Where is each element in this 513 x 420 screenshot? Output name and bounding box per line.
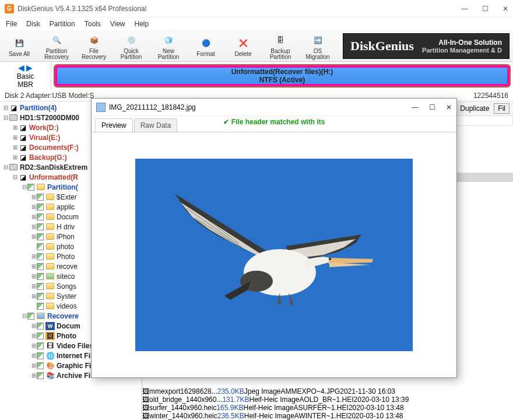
tree-label: Docum [57, 322, 80, 330]
file-row[interactable]: 🖼mmexport16298628...235.0KBJpeg ImageAMM… [142, 387, 513, 396]
file-row[interactable]: 🖼surfer_1440x960.heic165.9KBHeif-Heic Im… [142, 404, 513, 412]
expand-icon[interactable]: ⊞ [12, 154, 18, 160]
checkbox[interactable] [37, 194, 44, 201]
menu-help[interactable]: Help [135, 20, 149, 28]
expand-icon[interactable]: ⊟ [21, 184, 27, 190]
tree-label: Docum [57, 213, 79, 221]
expand-icon[interactable]: ⊞ [30, 233, 37, 240]
expand-icon[interactable]: ⊞ [12, 124, 18, 131]
file-recovery-button[interactable]: 📦File Recovery [78, 32, 110, 60]
close-icon[interactable]: ✕ [503, 5, 508, 13]
filter-button[interactable]: Fil [494, 103, 510, 114]
expand-icon[interactable]: ⊞ [30, 362, 37, 369]
expand-icon[interactable]: ⊞ [30, 283, 37, 289]
duplicate-label: Duplicate [460, 104, 489, 113]
partition-title: Unformatted(Recover files)(H:) [231, 68, 333, 76]
checkbox[interactable] [37, 303, 44, 310]
menu-disk[interactable]: Disk [26, 20, 40, 28]
preview-titlebar[interactable]: IMG_20211112_181842.jpg — ☐ ✕ [92, 99, 456, 116]
checkbox[interactable] [27, 184, 34, 191]
file-attr: A [300, 396, 304, 404]
expand-icon[interactable]: ⊞ [30, 223, 37, 230]
save-all-button[interactable]: 💾Save All [3, 35, 35, 57]
file-type: Heif-Heic Image [244, 412, 294, 420]
tree-label: Recovere [47, 312, 79, 320]
os-migration-button[interactable]: ➡️OS Migration [302, 32, 333, 60]
tab-raw-data[interactable]: Raw Data [134, 118, 178, 132]
expand-icon[interactable]: ⊞ [30, 214, 37, 220]
expand-icon[interactable]: ⊞ [30, 342, 37, 349]
file-row[interactable]: 🖼winter_1440x960.heic236.5KBHeif-Heic Im… [142, 412, 513, 420]
expand-icon[interactable]: ⊞ [12, 144, 18, 150]
file-attr: A [281, 387, 286, 396]
nav-arrows[interactable]: ◀ ▶ [18, 63, 33, 72]
checkbox[interactable] [37, 372, 44, 379]
checkbox[interactable] [37, 283, 44, 290]
quick-partition-button[interactable]: 💿Quick Partition [115, 32, 147, 60]
checkbox[interactable] [37, 223, 44, 230]
checkbox[interactable] [37, 253, 44, 260]
expand-icon[interactable]: ⊞ [12, 134, 18, 141]
expand-icon[interactable]: ⊞ [30, 323, 37, 329]
banner-big: DiskGenius [350, 38, 414, 54]
menu-view[interactable]: View [110, 20, 125, 28]
expand-icon[interactable]: ⊟ [2, 114, 9, 121]
partition-recovery-button[interactable]: 🔍Partition Recovery [41, 32, 72, 60]
new-partition-button[interactable]: 🧊New Partition [153, 32, 184, 60]
partition-bar[interactable]: Unformatted(Recover files)(H:) NTFS (Act… [54, 64, 511, 88]
expand-icon[interactable]: ⊞ [30, 204, 37, 210]
checkbox[interactable] [37, 342, 44, 349]
delete-label: Delete [235, 51, 252, 57]
expand-icon[interactable]: ⊞ [30, 263, 37, 270]
banner: DiskGeniusAll-In-One SolutionPartition M… [343, 33, 510, 59]
format-button[interactable]: 🔵Format [190, 35, 222, 57]
tree-label: HD1:ST2000DM00 [20, 114, 79, 122]
delete-button[interactable]: ❌Delete [227, 35, 259, 57]
checkbox[interactable] [37, 332, 44, 340]
minimize-icon[interactable]: — [461, 5, 468, 13]
expand-icon[interactable]: ⊞ [30, 194, 37, 200]
backup-partition-button[interactable]: 🗄Backup Partition [265, 32, 296, 60]
tree-label: Unformatted(R [29, 173, 78, 181]
expand-icon[interactable]: ⊟ [2, 104, 9, 111]
preview-tabs: Preview Raw Data ✔ File header matched w… [92, 116, 456, 132]
expand-icon[interactable]: ⊞ [30, 273, 37, 279]
file-row[interactable]: 🖼old_bridge_1440x960...131.7KBHeif-Heic … [142, 396, 513, 404]
file-name: surfer_1440x960.heic [149, 404, 216, 412]
expand-icon[interactable]: ⊞ [30, 253, 37, 260]
preview-close-icon[interactable]: ✕ [446, 103, 452, 111]
expand-icon[interactable]: ⊟ [21, 313, 27, 319]
expand-icon[interactable]: ⊟ [12, 174, 18, 180]
file-attr: A [294, 404, 298, 412]
expand-icon[interactable]: ⊞ [30, 332, 37, 339]
checkbox[interactable] [37, 204, 44, 211]
checkbox[interactable] [37, 293, 44, 300]
checkbox[interactable] [27, 313, 34, 320]
maximize-icon[interactable]: ☐ [482, 5, 489, 13]
preview-window[interactable]: IMG_20211112_181842.jpg — ☐ ✕ Preview Ra… [91, 98, 457, 378]
checkbox[interactable] [37, 243, 44, 250]
checkbox[interactable] [37, 273, 44, 280]
file-icon: 🖼 [142, 387, 149, 396]
checkbox[interactable] [37, 352, 44, 359]
file-icon: 🖼 [142, 412, 149, 420]
tree-label: Work(D:) [29, 124, 58, 132]
expand-icon[interactable]: ⊟ [2, 164, 9, 170]
preview-minimize-icon[interactable]: — [412, 103, 419, 111]
expand-icon[interactable]: ⊞ [30, 372, 37, 379]
checkbox[interactable] [37, 362, 44, 369]
tab-preview[interactable]: Preview [95, 118, 133, 132]
checkbox[interactable] [37, 323, 44, 330]
menu-tools[interactable]: Tools [85, 20, 101, 28]
expand-icon[interactable]: ⊞ [30, 352, 37, 359]
menu-partition[interactable]: Partition [50, 20, 75, 28]
preview-status-text: File header matched with its [231, 118, 325, 126]
backup-partition-label: Backup Partition [265, 48, 296, 60]
checkbox[interactable] [37, 263, 44, 270]
expand-icon[interactable]: ⊞ [30, 293, 37, 299]
preview-maximize-icon[interactable]: ☐ [429, 103, 435, 111]
checkbox[interactable] [37, 214, 44, 220]
partition-subtitle: NTFS (Active) [259, 76, 305, 84]
menu-file[interactable]: File [6, 20, 17, 28]
checkbox[interactable] [37, 233, 44, 240]
